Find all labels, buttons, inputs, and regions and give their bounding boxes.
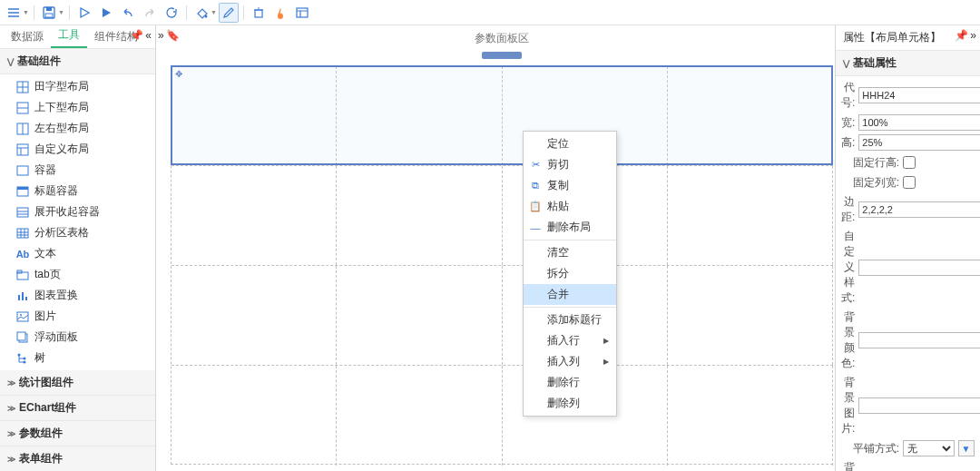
- paint-dropdown-caret[interactable]: ▼: [211, 9, 217, 15]
- component-item-label: 容器: [34, 162, 56, 178]
- ctx-item-拆分[interactable]: 拆分: [524, 263, 616, 284]
- edit-button[interactable]: [219, 3, 239, 23]
- component-item-image[interactable]: 图片: [0, 306, 155, 327]
- component-item-tab[interactable]: tab页: [0, 264, 155, 285]
- component-item-layout-tian[interactable]: 田字型布局: [0, 76, 155, 97]
- param-panel-tab[interactable]: [482, 52, 522, 59]
- svg-rect-14: [17, 229, 28, 238]
- component-item-label: 树: [34, 350, 45, 366]
- ctx-item-插入列[interactable]: 插入列▶: [524, 351, 616, 372]
- svg-rect-12: [17, 187, 28, 190]
- ctx-item-label: 剪切: [547, 157, 609, 172]
- component-item-grid-table[interactable]: 分析区表格: [0, 222, 155, 243]
- prop-label-fixrowh: 固定行高:: [841, 155, 899, 171]
- section-param[interactable]: ≫参数组件: [0, 421, 155, 446]
- blank-icon: [529, 397, 542, 410]
- pin-icon[interactable]: 📌: [955, 29, 968, 42]
- component-item-float-panel[interactable]: 浮动面板: [0, 327, 155, 348]
- component-item-chart-swap[interactable]: 图表置换: [0, 285, 155, 306]
- section-echart[interactable]: ≫EChart组件: [0, 396, 155, 421]
- ctx-item-删除布局[interactable]: —删除布局: [524, 217, 616, 238]
- prop-input-width[interactable]: [858, 114, 980, 131]
- run-fill-button[interactable]: [96, 3, 116, 23]
- component-item-container[interactable]: 容器: [0, 160, 155, 181]
- section-stat-chart[interactable]: ≫统计图组件: [0, 370, 155, 396]
- prop-input-bgimage[interactable]: [858, 397, 980, 414]
- ctx-item-粘贴[interactable]: 📋粘贴: [524, 196, 616, 217]
- prop-input-bgcolor[interactable]: [858, 332, 980, 348]
- expand-container-icon: [16, 206, 29, 219]
- prop-select-tile[interactable]: 无: [903, 440, 955, 456]
- selected-cell[interactable]: ✥: [171, 65, 833, 165]
- ctx-item-删除行[interactable]: 删除行: [524, 372, 616, 393]
- prop-input-margin[interactable]: [858, 201, 980, 218]
- properties-panel: 属性【布局单元格】 📌» ⋁ 基础属性 代号: 宽: 高: 固定行高: 固定列宽…: [835, 25, 980, 471]
- expand-right-icon[interactable]: »: [158, 29, 164, 42]
- save-button[interactable]: [39, 3, 59, 23]
- chevron-right-icon: ≫: [7, 404, 15, 413]
- prop-check-fixcolw[interactable]: [903, 176, 916, 189]
- prop-input-customstyle[interactable]: [858, 260, 980, 276]
- prop-check-fixrowh[interactable]: [903, 156, 916, 169]
- prop-label-code: 代号:: [841, 80, 855, 111]
- redo-button[interactable]: [140, 3, 160, 23]
- grid-table-icon: [16, 227, 29, 240]
- ctx-item-定位[interactable]: 定位: [524, 133, 616, 154]
- ctx-item-label: 定位: [547, 136, 609, 152]
- pin-icon[interactable]: 📌: [130, 29, 143, 42]
- component-item-layout-custom[interactable]: 自定义布局: [0, 139, 155, 160]
- section-basic-props[interactable]: ⋁ 基础属性: [836, 50, 980, 76]
- prop-label-bgcolor: 背景颜色:: [841, 309, 855, 371]
- ctx-item-删除列[interactable]: 删除列: [524, 393, 616, 414]
- delete-button[interactable]: [249, 3, 269, 23]
- prop-input-code[interactable]: [858, 87, 980, 103]
- collapse-right-icon[interactable]: »: [970, 29, 976, 42]
- tab-tools[interactable]: 工具: [51, 24, 87, 48]
- component-item-label: 标题容器: [34, 183, 78, 199]
- prop-tile-dropdown[interactable]: ▼: [958, 440, 975, 456]
- component-item-tree[interactable]: 树: [0, 348, 155, 368]
- float-panel-icon: [16, 331, 29, 344]
- menu-dropdown-caret[interactable]: ▼: [23, 9, 29, 15]
- ctx-item-添加标题行[interactable]: 添加标题行: [524, 309, 616, 330]
- text-icon: Ab: [16, 248, 29, 260]
- ctx-item-复制[interactable]: ⧉复制: [524, 175, 616, 196]
- component-item-layout-updown[interactable]: 上下型布局: [0, 97, 155, 118]
- component-item-layout-leftright[interactable]: 左右型布局: [0, 118, 155, 139]
- ctx-item-插入行[interactable]: 插入行▶: [524, 330, 616, 351]
- layout-button[interactable]: [292, 3, 312, 23]
- section-basic-components[interactable]: ⋁ 基础组件: [0, 49, 155, 74]
- svg-rect-5: [297, 8, 308, 17]
- component-item-title-container[interactable]: 标题容器: [0, 181, 155, 201]
- top-toolbar: ▼ ▼ ▼: [0, 0, 980, 25]
- ctx-item-合并[interactable]: 合并: [524, 284, 616, 305]
- svg-rect-18: [22, 292, 24, 300]
- run-outline-button[interactable]: [74, 3, 94, 23]
- section-label: 统计图组件: [19, 375, 74, 390]
- prop-input-height[interactable]: [858, 134, 980, 151]
- chevron-right-icon: ≫: [7, 455, 15, 464]
- save-dropdown-caret[interactable]: ▼: [58, 9, 64, 15]
- cell-handle-icon[interactable]: ✥: [174, 69, 183, 78]
- ctx-item-清空[interactable]: 清空: [524, 242, 616, 263]
- section-form[interactable]: ≫表单组件: [0, 446, 155, 471]
- refresh-button[interactable]: [162, 3, 181, 23]
- flame-button[interactable]: [270, 3, 290, 23]
- ctx-item-剪切[interactable]: ✂剪切: [524, 154, 616, 175]
- ctx-item-label: 添加标题行: [547, 312, 609, 328]
- component-item-text[interactable]: Ab文本: [0, 243, 155, 264]
- bookmark-icon[interactable]: 🔖: [166, 29, 180, 42]
- tab-datasource[interactable]: 数据源: [4, 25, 51, 48]
- undo-button[interactable]: [118, 3, 138, 23]
- context-menu: 定位✂剪切⧉复制📋粘贴—删除布局清空拆分合并添加标题行插入行▶插入列▶删除行删除…: [523, 131, 617, 417]
- svg-rect-23: [17, 332, 25, 340]
- paint-bucket-button[interactable]: [191, 3, 211, 23]
- design-canvas[interactable]: » 🔖 参数面板区 ✥: [156, 25, 835, 471]
- component-item-expand-container[interactable]: 展开收起容器: [0, 201, 155, 222]
- menu-button[interactable]: [4, 3, 24, 23]
- submenu-arrow-icon: ▶: [603, 358, 609, 366]
- collapse-left-icon[interactable]: «: [145, 29, 152, 42]
- svg-point-21: [20, 314, 22, 316]
- image-icon: [16, 310, 29, 323]
- ctx-item-label: 复制: [547, 178, 609, 193]
